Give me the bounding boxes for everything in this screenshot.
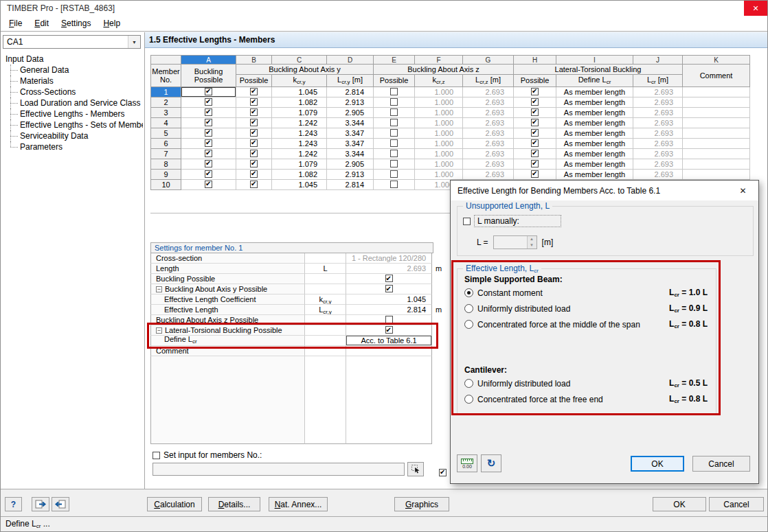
- radio-icon[interactable]: [464, 320, 473, 329]
- define-lcr-cell[interactable]: As member length: [556, 108, 633, 118]
- checkbox-icon[interactable]: [385, 285, 393, 292]
- checkbox-icon[interactable]: [390, 88, 398, 95]
- radio-option[interactable]: Concentrated force at the free endLcr = …: [458, 391, 716, 407]
- dialog-ok-button[interactable]: OK: [631, 456, 684, 472]
- radio-option[interactable]: Uniformly distributed loadLcr = 0.5 L: [458, 375, 716, 391]
- member-no-cell[interactable]: 3: [151, 108, 181, 118]
- column-letter-G[interactable]: G: [463, 56, 514, 65]
- define-lcr-cell[interactable]: As member length: [556, 170, 633, 180]
- checkbox-icon[interactable]: [531, 108, 539, 116]
- kcrz-cell[interactable]: 1.000: [415, 87, 463, 97]
- possible-y-cell[interactable]: [236, 139, 272, 149]
- buckling-possible-cell[interactable]: [181, 108, 236, 118]
- menu-settings[interactable]: Settings: [55, 16, 97, 30]
- possible-ltb-cell[interactable]: [514, 108, 556, 118]
- tree-root-input-data[interactable]: Input Data: [5, 54, 143, 65]
- settings-row-value[interactable]: Acc. to Table 6.1: [346, 336, 432, 346]
- comment-cell[interactable]: [683, 170, 750, 180]
- lcr-cell[interactable]: 2.693: [633, 97, 683, 108]
- lcrz-cell[interactable]: 2.693: [463, 159, 514, 170]
- define-lcr-cell[interactable]: As member length: [556, 128, 633, 139]
- checkbox-icon[interactable]: [205, 150, 212, 157]
- kcry-cell[interactable]: 1.242: [272, 118, 327, 128]
- tree-item-effective-lengths-members[interactable]: Effective Lengths - Members: [10, 108, 143, 119]
- lcr-cell[interactable]: 2.693: [633, 170, 683, 180]
- chevron-down-icon[interactable]: ▼: [128, 36, 140, 48]
- lcry-cell[interactable]: 3.344: [327, 118, 374, 128]
- possible-ltb-cell[interactable]: [514, 87, 556, 97]
- checkbox-icon[interactable]: [205, 88, 212, 95]
- tree-item-parameters[interactable]: Parameters: [10, 141, 143, 152]
- checkbox-icon[interactable]: [205, 170, 212, 178]
- buckling-possible-cell[interactable]: [181, 149, 236, 159]
- kcry-cell[interactable]: 1.079: [272, 159, 327, 170]
- checkbox-icon[interactable]: [390, 170, 398, 178]
- lcrz-cell[interactable]: 2.693: [463, 108, 514, 118]
- set-input-checkbox[interactable]: Set input for members No.:: [153, 450, 262, 460]
- possible-y-cell[interactable]: [236, 97, 272, 108]
- possible-z-cell[interactable]: [374, 170, 415, 180]
- settings-row-value[interactable]: [346, 325, 432, 336]
- checkbox-icon[interactable]: [390, 181, 398, 188]
- possible-ltb-cell[interactable]: [514, 128, 556, 139]
- settings-row-name[interactable]: −Lateral-Torsional Buckling Possible: [150, 325, 305, 336]
- column-letter-B[interactable]: B: [236, 56, 272, 65]
- lcry-cell[interactable]: 2.814: [327, 87, 374, 97]
- possible-z-cell[interactable]: [374, 149, 415, 159]
- settings-row-value[interactable]: [346, 274, 432, 284]
- lcry-cell[interactable]: 3.347: [327, 128, 374, 139]
- l-value-spinner[interactable]: ▲▼: [493, 235, 537, 249]
- possible-y-cell[interactable]: [236, 128, 272, 139]
- possible-z-cell[interactable]: [374, 139, 415, 149]
- comment-cell[interactable]: [683, 118, 750, 128]
- decimal-places-button[interactable]: 0.00: [457, 454, 477, 472]
- possible-ltb-cell[interactable]: [514, 118, 556, 128]
- checkbox-icon[interactable]: [390, 150, 398, 157]
- lcrz-cell[interactable]: 2.693: [463, 128, 514, 139]
- column-letter-E[interactable]: E: [374, 56, 415, 65]
- tree-item-serviceability-data[interactable]: Serviceability Data: [10, 130, 143, 141]
- tree-item-effective-lengths-sets-of-members[interactable]: Effective Lengths - Sets of Members: [10, 119, 143, 130]
- spin-up-icon[interactable]: ▲: [528, 236, 537, 242]
- checkbox-icon[interactable]: [531, 88, 539, 95]
- lcr-cell[interactable]: 2.693: [633, 87, 683, 97]
- dialog-close-button[interactable]: ✕: [727, 181, 758, 200]
- checkbox-icon[interactable]: [250, 139, 258, 147]
- settings-row-name[interactable]: Effective Length Coefficient: [150, 294, 305, 305]
- kcry-cell[interactable]: 1.242: [272, 149, 327, 159]
- dialog-cancel-button[interactable]: Cancel: [692, 456, 750, 472]
- lcry-cell[interactable]: 3.344: [327, 149, 374, 159]
- checkbox-icon[interactable]: [390, 129, 398, 137]
- possible-z-cell[interactable]: [374, 97, 415, 108]
- lcry-cell[interactable]: 2.814: [327, 180, 374, 190]
- lcry-cell[interactable]: 2.913: [327, 97, 374, 108]
- member-no-cell[interactable]: 1: [151, 87, 181, 97]
- possible-z-cell[interactable]: [374, 87, 415, 97]
- settings-row-name[interactable]: Effective Length: [150, 305, 305, 315]
- settings-row-value[interactable]: 1.045: [346, 294, 432, 305]
- radio-icon[interactable]: [464, 395, 473, 404]
- kcry-cell[interactable]: 1.045: [272, 180, 327, 190]
- partially-hidden-checkbox[interactable]: [439, 469, 447, 476]
- kcrz-cell[interactable]: 1.000: [415, 149, 463, 159]
- radio-icon[interactable]: [464, 304, 473, 313]
- kcry-cell[interactable]: 1.243: [272, 128, 327, 139]
- column-letter-D[interactable]: D: [327, 56, 374, 65]
- menu-edit[interactable]: Edit: [28, 16, 55, 30]
- column-letter-K[interactable]: K: [683, 56, 750, 65]
- tree-item-load-duration-and-service-class[interactable]: Load Duration and Service Class: [10, 97, 143, 108]
- kcrz-cell[interactable]: 1.000: [415, 159, 463, 170]
- lcrz-cell[interactable]: 2.693: [463, 170, 514, 180]
- checkbox-icon[interactable]: [390, 98, 398, 106]
- settings-row-value[interactable]: [346, 315, 432, 325]
- kcry-cell[interactable]: 1.082: [272, 97, 327, 108]
- checkbox-icon[interactable]: [205, 181, 212, 188]
- member-no-cell[interactable]: 7: [151, 149, 181, 159]
- kcrz-cell[interactable]: 1.000: [415, 170, 463, 180]
- kcrz-cell[interactable]: 1.000: [415, 128, 463, 139]
- kcry-cell[interactable]: 1.243: [272, 139, 327, 149]
- checkbox-icon[interactable]: [250, 108, 258, 116]
- possible-y-cell[interactable]: [236, 159, 272, 170]
- settings-row-value[interactable]: 2.814: [346, 305, 432, 315]
- lcrz-cell[interactable]: 2.693: [463, 139, 514, 149]
